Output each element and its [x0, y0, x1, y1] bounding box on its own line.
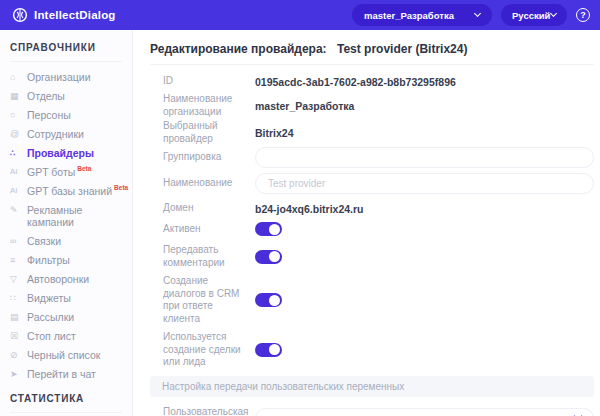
sidebar-item-label: Провайдеры [27, 147, 94, 159]
user-variable-select[interactable]: message [255, 408, 594, 416]
beta-badge: Beta [114, 182, 128, 194]
grouping-input[interactable] [255, 147, 594, 168]
chevron-down-icon [550, 10, 557, 17]
campaign-icon: ✎ [10, 204, 27, 216]
help-icon[interactable]: ? [576, 8, 590, 22]
sidebar-item-label: Организации [27, 71, 91, 83]
field-pass-comments: Передавать комментарии [150, 244, 594, 269]
page-title-prefix: Редактирование провайдера: [150, 42, 327, 56]
sidebar-item-gpt-bots[interactable]: AI GPT боты Beta [10, 166, 132, 178]
sidebar-item-label: Отделы [27, 90, 65, 102]
field-label: Используется создание сделки или лида [163, 331, 255, 369]
sidebar-item-employees[interactable]: @ Сотрудники [10, 128, 132, 140]
sidebar-item-mailings[interactable]: ▤ Рассылки [10, 311, 132, 323]
pass-comments-toggle[interactable] [255, 250, 282, 264]
sidebar: СПРАВОЧНИКИ ⌂ Организации ▦ Отделы ○ Пер… [0, 30, 133, 416]
sidebar-item-label: Рекламные кампании [27, 204, 132, 228]
field-grouping: Группировка [150, 147, 594, 168]
sidebar-item-links[interactable]: ∞ Связки [10, 235, 132, 247]
field-label: Группировка [163, 151, 255, 164]
funnel-icon: ▽ [10, 273, 27, 285]
language-dropdown-value: Русский [512, 10, 550, 21]
logo-text: IntellectDialog [34, 9, 116, 21]
sidebar-item-widgets[interactable]: ∷ Виджеты [10, 292, 132, 304]
field-value: 0195acdc-3ab1-7602-a982-b8b73295f896 [255, 76, 456, 88]
logo[interactable]: IntellectDialog [12, 7, 116, 23]
sidebar-item-label: Сотрудники [27, 128, 84, 140]
link-icon: ∞ [10, 235, 27, 247]
sidebar-item-gpt-knowledge-bases[interactable]: AI GPT базы знаний Beta [10, 185, 132, 197]
select-value: message [268, 413, 309, 416]
chevron-down-icon [574, 412, 582, 416]
home-icon: ⌂ [10, 71, 27, 83]
language-dropdown[interactable]: Русский [501, 4, 567, 26]
sidebar-item-label: Связки [27, 235, 61, 247]
provider-form: ID 0195acdc-3ab1-7602-a982-b8b73295f896 … [150, 65, 594, 416]
chevron-down-icon [474, 10, 481, 17]
field-label: Домен [163, 202, 255, 215]
logo-brain-icon [12, 7, 28, 23]
send-icon: ➤ [10, 368, 27, 380]
sidebar-item-label: GPT базы знаний [27, 185, 112, 197]
field-name: Наименование [150, 173, 594, 194]
field-label: ID [163, 75, 255, 88]
sidebar-item-stop-list[interactable]: ☒ Стоп лист [10, 330, 132, 342]
sidebar-item-label: Персоны [27, 109, 71, 121]
sidebar-section-statistics: СТАТИСТИКА [10, 391, 122, 413]
field-value: Bitrix24 [255, 127, 294, 139]
beta-badge: Beta [77, 163, 91, 175]
header-controls: master_Разработка Русский ? [352, 4, 590, 26]
workspace-dropdown[interactable]: master_Разработка [352, 4, 492, 26]
sidebar-item-departments[interactable]: ▦ Отделы [10, 90, 132, 102]
person-icon: ○ [10, 109, 27, 121]
sidebar-item-blacklist[interactable]: ⊘ Черный список [10, 349, 132, 361]
field-active: Активен [150, 220, 594, 238]
sidebar-item-label: Рассылки [27, 311, 74, 323]
departments-icon: ▦ [10, 90, 27, 102]
field-label: Создание диалогов в CRM при ответе клиен… [163, 275, 255, 325]
use-deal-or-lead-toggle[interactable] [255, 343, 282, 357]
stop-list-icon: ☒ [10, 330, 27, 342]
workspace-dropdown-value: master_Разработка [364, 10, 454, 21]
main-content: Редактирование провайдера: Test provider… [133, 30, 600, 416]
active-toggle[interactable] [255, 222, 282, 236]
mail-icon: ▤ [10, 311, 27, 323]
field-user-variable: Пользовательская переменная message [150, 406, 594, 416]
sidebar-item-persons[interactable]: ○ Персоны [10, 109, 132, 121]
field-label: Передавать комментарии [163, 244, 255, 269]
field-label: Выбранный провайдер [163, 120, 255, 145]
page-title: Редактирование провайдера: Test provider… [150, 40, 594, 65]
sidebar-item-go-to-chat[interactable]: ➤ Перейти в чат [10, 368, 132, 380]
field-label: Пользовательская переменная [163, 406, 255, 416]
sidebar-item-ad-campaigns[interactable]: ✎ Рекламные кампании [10, 204, 132, 228]
create-crm-dialogs-toggle[interactable] [255, 293, 282, 307]
at-sign-icon: @ [10, 128, 27, 140]
app-window: IntellectDialog master_Разработка Русски… [0, 0, 600, 416]
sidebar-item-label: Черный список [27, 349, 100, 361]
field-domain: Домен b24-jo4xq6.bitrix24.ru [150, 199, 594, 218]
sidebar-item-filters[interactable]: ≡ Фильтры [10, 254, 132, 266]
sidebar-item-label: Перейти в чат [27, 368, 96, 380]
widgets-icon: ∷ [10, 292, 27, 304]
sidebar-item-autofunnels[interactable]: ▽ Автоворонки [10, 273, 132, 285]
sidebar-item-organizations[interactable]: ⌂ Организации [10, 71, 132, 83]
ai-icon: AI [10, 166, 27, 178]
sidebar-item-label: Фильтры [27, 254, 70, 266]
field-create-crm-dialogs: Создание диалогов в CRM при ответе клиен… [150, 275, 594, 325]
field-selected-provider: Выбранный провайдер Bitrix24 [150, 120, 594, 145]
sidebar-item-label: GPT боты [27, 166, 75, 178]
field-label: Наименование [163, 177, 255, 190]
sidebar-item-providers[interactable]: ∴ Провайдеры [10, 147, 132, 159]
field-use-deal-or-lead: Используется создание сделки или лида [150, 331, 594, 369]
name-input[interactable] [255, 173, 594, 194]
sidebar-item-label: Стоп лист [27, 330, 76, 342]
field-label: Наименование организации [163, 93, 255, 118]
field-label: Активен [163, 223, 255, 236]
sidebar-item-label: Виджеты [27, 292, 71, 304]
field-value: b24-jo4xq6.bitrix24.ru [255, 203, 364, 215]
share-network-icon: ∴ [10, 147, 27, 159]
page-title-value: Test provider (Bitrix24) [337, 42, 467, 56]
filter-icon: ≡ [10, 254, 27, 266]
field-organization-name: Наименование организации master_Разработ… [150, 93, 594, 118]
sidebar-section-directories: СПРАВОЧНИКИ [10, 40, 122, 62]
